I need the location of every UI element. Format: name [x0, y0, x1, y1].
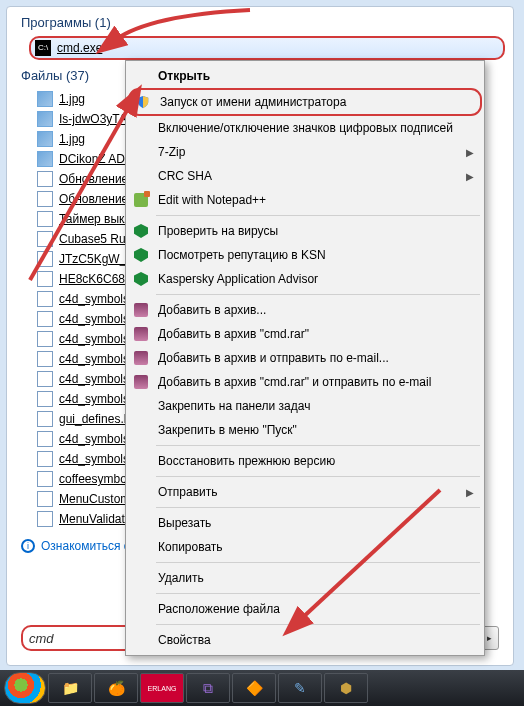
- kaspersky-icon: [132, 246, 150, 264]
- ctx-signatures[interactable]: Включение/отключение значков цифровых по…: [128, 116, 482, 140]
- ctx-run-as-admin[interactable]: Запуск от имени администратора: [128, 88, 482, 116]
- result-cmd-exe[interactable]: C:\ cmd.exe: [29, 36, 505, 60]
- file-icon: [37, 371, 53, 387]
- file-icon: [37, 391, 53, 407]
- ctx-pin-taskbar[interactable]: Закрепить на панели задач: [128, 394, 482, 418]
- ctx-rar-email-named[interactable]: Добавить в архив "cmd.rar" и отправить п…: [128, 370, 482, 394]
- file-icon: [37, 471, 53, 487]
- file-icon: [37, 411, 53, 427]
- ctx-cut[interactable]: Вырезать: [128, 511, 482, 535]
- file-icon: [37, 291, 53, 307]
- ctx-restore[interactable]: Восстановить прежнюю версию: [128, 449, 482, 473]
- file-icon: [37, 231, 53, 247]
- file-icon: [37, 171, 53, 187]
- taskbar-app-1[interactable]: 🍊: [94, 673, 138, 703]
- taskbar-app-2[interactable]: ✎: [278, 673, 322, 703]
- notepadpp-icon: [132, 191, 150, 209]
- file-icon: [37, 191, 53, 207]
- submenu-arrow-icon: ▶: [466, 147, 474, 158]
- file-icon: [37, 151, 53, 167]
- programs-header: Программы (1): [7, 11, 513, 36]
- winrar-icon: [132, 373, 150, 391]
- winrar-icon: [132, 325, 150, 343]
- taskbar-figma[interactable]: 🔶: [232, 673, 276, 703]
- taskbar: 📁 🍊 ERLANG ⧉ 🔶 ✎ ⬢: [0, 670, 524, 706]
- submenu-arrow-icon: ▶: [466, 487, 474, 498]
- cmd-icon: C:\: [35, 40, 51, 56]
- file-icon: [37, 491, 53, 507]
- ctx-open[interactable]: Открыть: [128, 64, 482, 88]
- info-icon: i: [21, 539, 35, 553]
- ctx-kaspersky-advisor[interactable]: Kaspersky Application Advisor: [128, 267, 482, 291]
- shield-icon: [134, 93, 152, 111]
- file-icon: [37, 91, 53, 107]
- ctx-7zip[interactable]: 7-Zip▶: [128, 140, 482, 164]
- kaspersky-icon: [132, 222, 150, 240]
- ctx-crc-sha[interactable]: CRC SHA▶: [128, 164, 482, 188]
- taskbar-erlang[interactable]: ERLANG: [140, 673, 184, 703]
- start-button[interactable]: [4, 672, 46, 704]
- winrar-icon: [132, 301, 150, 319]
- file-icon: [37, 511, 53, 527]
- submenu-arrow-icon: ▶: [466, 171, 474, 182]
- ctx-rar-add-named[interactable]: Добавить в архив "cmd.rar": [128, 322, 482, 346]
- file-icon: [37, 451, 53, 467]
- taskbar-app-3[interactable]: ⬢: [324, 673, 368, 703]
- ctx-delete[interactable]: Удалить: [128, 566, 482, 590]
- ctx-send-to[interactable]: Отправить▶: [128, 480, 482, 504]
- file-icon: [37, 311, 53, 327]
- ctx-kaspersky-scan[interactable]: Проверить на вирусы: [128, 219, 482, 243]
- taskbar-explorer[interactable]: 📁: [48, 673, 92, 703]
- taskbar-vs[interactable]: ⧉: [186, 673, 230, 703]
- ctx-pin-start[interactable]: Закрепить в меню "Пуск": [128, 418, 482, 442]
- context-menu: Открыть Запуск от имени администратора В…: [125, 60, 485, 656]
- file-icon: [37, 111, 53, 127]
- file-icon: [37, 131, 53, 147]
- file-icon: [37, 211, 53, 227]
- file-icon: [37, 251, 53, 267]
- ctx-rar-add[interactable]: Добавить в архив...: [128, 298, 482, 322]
- file-icon: [37, 431, 53, 447]
- ctx-kaspersky-ksn[interactable]: Посмотреть репутацию в KSN: [128, 243, 482, 267]
- file-icon: [37, 271, 53, 287]
- ctx-properties[interactable]: Свойства: [128, 628, 482, 652]
- winrar-icon: [132, 349, 150, 367]
- kaspersky-icon: [132, 270, 150, 288]
- ctx-open-location[interactable]: Расположение файла: [128, 597, 482, 621]
- file-icon: [37, 331, 53, 347]
- ctx-copy[interactable]: Копировать: [128, 535, 482, 559]
- ctx-rar-email[interactable]: Добавить в архив и отправить по e-mail..…: [128, 346, 482, 370]
- file-icon: [37, 351, 53, 367]
- ctx-notepadpp[interactable]: Edit with Notepad++: [128, 188, 482, 212]
